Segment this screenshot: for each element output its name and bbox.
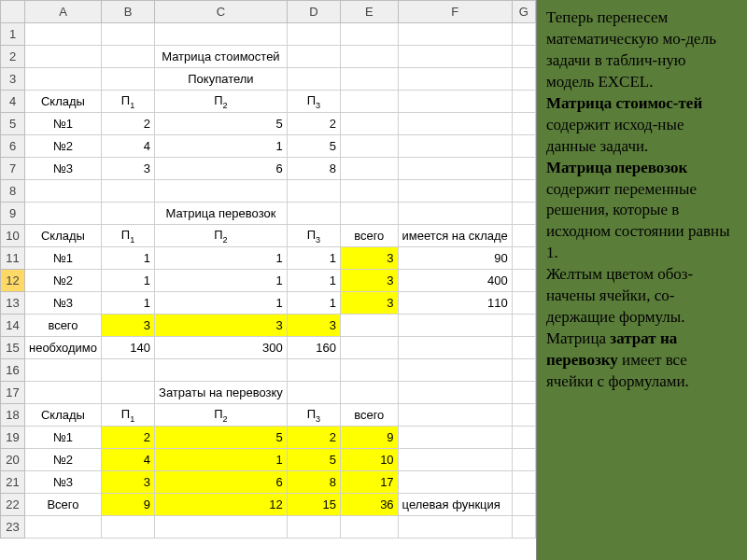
- cell-F13[interactable]: 110: [398, 292, 512, 315]
- cell-B7[interactable]: 3: [101, 158, 154, 180]
- cell-C7[interactable]: 6: [155, 158, 288, 180]
- cell-B13[interactable]: 1: [101, 292, 154, 315]
- cell-C21[interactable]: 6: [155, 471, 288, 494]
- col-A[interactable]: A: [24, 1, 101, 23]
- explanation-panel: Теперь перенесем математическую мо-дель …: [537, 0, 747, 560]
- row-16[interactable]: 16: [1, 359, 25, 382]
- cell-D11[interactable]: 1: [287, 247, 340, 270]
- cell-C13[interactable]: 1: [155, 292, 288, 315]
- row-13[interactable]: 13: [1, 292, 25, 315]
- cell-D12[interactable]: 1: [287, 270, 340, 292]
- cell-C6[interactable]: 1: [155, 135, 288, 158]
- cell-B15[interactable]: 140: [101, 337, 154, 359]
- row-23[interactable]: 23: [1, 516, 25, 539]
- side-p2a: Матрица стоимос-тей: [546, 94, 702, 112]
- cell-E22[interactable]: 36: [340, 494, 398, 516]
- cell-D19[interactable]: 2: [287, 427, 340, 449]
- cell-E13[interactable]: 3: [340, 292, 398, 315]
- cell-D20[interactable]: 5: [287, 449, 340, 471]
- cell-B19[interactable]: 2: [101, 427, 154, 449]
- lbl-p1[interactable]: П1: [101, 91, 154, 113]
- col-B[interactable]: B: [101, 1, 154, 23]
- cell-C14[interactable]: 3: [155, 315, 288, 337]
- cell-C22[interactable]: 12: [155, 494, 288, 516]
- side-p3a: Матрица перевозок: [546, 159, 687, 176]
- cost-r1-name[interactable]: №1: [24, 113, 101, 135]
- cell-C11[interactable]: 1: [155, 247, 288, 270]
- cell-D5[interactable]: 2: [287, 113, 340, 135]
- row-20[interactable]: 20: [1, 449, 25, 471]
- cell-D22[interactable]: 15: [287, 494, 340, 516]
- lbl-p3[interactable]: П3: [287, 91, 340, 113]
- cell-D6[interactable]: 5: [287, 135, 340, 158]
- cell-C15[interactable]: 300: [155, 337, 288, 359]
- cell-E12[interactable]: 3: [340, 270, 398, 292]
- cell-D14[interactable]: 3: [287, 315, 340, 337]
- row-22[interactable]: 22: [1, 494, 25, 516]
- select-all-corner[interactable]: [1, 1, 25, 23]
- cell-E21[interactable]: 17: [340, 471, 398, 494]
- row-6[interactable]: 6: [1, 135, 25, 158]
- side-p3b: содержит переменные решения, которые в и…: [546, 180, 730, 262]
- row-21[interactable]: 21: [1, 471, 25, 494]
- row-15[interactable]: 15: [1, 337, 25, 359]
- row-7[interactable]: 7: [1, 158, 25, 180]
- col-F[interactable]: F: [398, 1, 512, 23]
- row-17[interactable]: 17: [1, 382, 25, 404]
- spreadsheet: A B C D E F G 1 2Матрица стоимостей 3Пок…: [0, 0, 537, 560]
- col-E[interactable]: E: [340, 1, 398, 23]
- title-cost[interactable]: Матрица стоимостей: [155, 46, 288, 68]
- row-4[interactable]: 4: [1, 91, 25, 113]
- cell-D7[interactable]: 8: [287, 158, 340, 180]
- row-8[interactable]: 8: [1, 180, 25, 203]
- cell-E20[interactable]: 10: [340, 449, 398, 471]
- cell-B14[interactable]: 3: [101, 315, 154, 337]
- row-18[interactable]: 18: [1, 404, 25, 427]
- row-5[interactable]: 5: [1, 113, 25, 135]
- cell-F12[interactable]: 400: [398, 270, 512, 292]
- lbl-p2[interactable]: П2: [155, 91, 288, 113]
- cell-B22[interactable]: 9: [101, 494, 154, 516]
- row-3[interactable]: 3: [1, 68, 25, 91]
- col-D[interactable]: D: [287, 1, 340, 23]
- cost-r2-name[interactable]: №2: [24, 135, 101, 158]
- row-1[interactable]: 1: [1, 23, 25, 46]
- cell-C12[interactable]: 1: [155, 270, 288, 292]
- cell-C20[interactable]: 1: [155, 449, 288, 471]
- cell-B12[interactable]: 1: [101, 270, 154, 292]
- cell-E19[interactable]: 9: [340, 427, 398, 449]
- cost-r3-name[interactable]: №3: [24, 158, 101, 180]
- lbl-warehouses[interactable]: Склады: [24, 91, 101, 113]
- title-transport[interactable]: Матрица перевозок: [155, 203, 288, 225]
- title-expense[interactable]: Затраты на перевозку: [155, 382, 288, 404]
- row-11[interactable]: 11: [1, 247, 25, 270]
- cell-E11[interactable]: 3: [340, 247, 398, 270]
- cell-B5[interactable]: 2: [101, 113, 154, 135]
- cell-C19[interactable]: 5: [155, 427, 288, 449]
- side-p4: Желтым цветом обоз-начены ячейки, со-дер…: [546, 265, 693, 326]
- row-9[interactable]: 9: [1, 203, 25, 225]
- row-12[interactable]: 12: [1, 270, 25, 292]
- row-2[interactable]: 2: [1, 46, 25, 68]
- cell-B6[interactable]: 4: [101, 135, 154, 158]
- col-C[interactable]: C: [155, 1, 288, 23]
- cell-B21[interactable]: 3: [101, 471, 154, 494]
- cell-F11[interactable]: 90: [398, 247, 512, 270]
- cell-D15[interactable]: 160: [287, 337, 340, 359]
- side-p2b: содержит исход-ные данные задачи.: [546, 116, 684, 155]
- cell-D13[interactable]: 1: [287, 292, 340, 315]
- title-buyers[interactable]: Покупатели: [155, 68, 288, 91]
- side-p5a: Матрица: [546, 329, 610, 347]
- row-19[interactable]: 19: [1, 427, 25, 449]
- row-10[interactable]: 10: [1, 225, 25, 247]
- side-p1: Теперь перенесем математическую мо-дель …: [546, 8, 716, 91]
- cell-D21[interactable]: 8: [287, 471, 340, 494]
- cell-C5[interactable]: 5: [155, 113, 288, 135]
- lbl-objective[interactable]: целевая функция: [398, 494, 512, 516]
- cell-B20[interactable]: 4: [101, 449, 154, 471]
- cell-B11[interactable]: 1: [101, 247, 154, 270]
- col-G[interactable]: G: [512, 1, 535, 23]
- spreadsheet-grid: A B C D E F G 1 2Матрица стоимостей 3Пок…: [0, 0, 536, 539]
- row-14[interactable]: 14: [1, 315, 25, 337]
